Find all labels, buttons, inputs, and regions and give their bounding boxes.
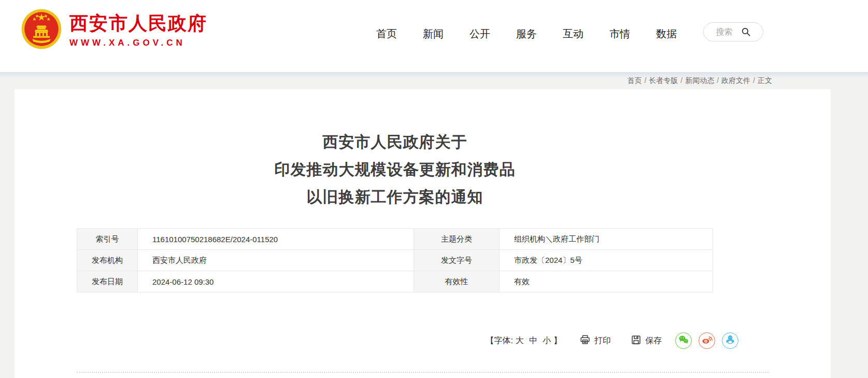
breadcrumb-separator: / [717,76,719,85]
document-meta-table: 索引号 11610100750218682E/2024-011520 主题分类 … [77,228,713,292]
breadcrumb-separator: / [753,76,755,85]
content-card: 西安市人民政府关于 印发推动大规模设备更新和消费品 以旧换新工作方案的通知 索引… [15,89,831,378]
meta-label-validity: 有效性 [414,271,500,292]
page-title-line: 西安市人民政府关于 [77,128,713,156]
nav-item-service[interactable]: 服务 [516,27,537,41]
article-toolbar: 【字体: 大 中 小 】 打印 [77,332,769,349]
share-qq-button[interactable] [722,332,738,349]
search-icon[interactable] [741,27,751,37]
share-wechat-button[interactable] [675,332,692,349]
qq-icon [724,334,736,347]
meta-label-topic: 主题分类 [414,229,500,249]
search-input[interactable] [716,27,737,37]
font-size-large-button[interactable]: 大 [516,335,524,346]
floppy-disk-icon [631,334,642,347]
site-url: WWW.XA.GOV.CN [69,38,207,48]
breadcrumb: 首页/长者专版/新闻动态/政府文件/正文 [627,72,772,90]
print-label: 打印 [594,335,611,346]
search-box[interactable] [703,22,763,41]
nav-item-data[interactable]: 数据 [656,27,677,41]
breadcrumb-home[interactable]: 首页 [627,76,642,85]
meta-value-topic: 组织机构＼政府工作部门 [500,229,713,249]
page-title-line: 印发推动大规模设备更新和消费品 [77,156,713,183]
nav-item-city[interactable]: 市情 [609,27,630,41]
table-row: 发布日期 2024-06-12 09:30 有效性 有效 [77,271,713,292]
site-header: 西安市人民政府 WWW.XA.GOV.CN 首页 新闻 公开 服务 互动 市情 … [0,0,868,72]
section-divider [77,372,769,373]
meta-value-index-no: 11610100750218682E/2024-011520 [138,229,414,249]
meta-label-publisher: 发布机构 [77,250,138,271]
font-label-open: 【字体: [486,335,513,346]
breadcrumb-separator: / [644,76,646,85]
breadcrumb-current: 正文 [758,76,772,85]
print-button[interactable]: 打印 [579,334,611,347]
printer-icon [579,334,591,347]
share-buttons [675,332,738,349]
nav-item-open[interactable]: 公开 [469,27,490,41]
main-nav: 首页 新闻 公开 服务 互动 市情 数据 [376,0,677,67]
site-title: 西安市人民政府 [69,12,207,35]
meta-label-doc-no: 发文字号 [414,250,500,271]
meta-value-publisher: 西安市人民政府 [138,250,414,271]
nav-item-home[interactable]: 首页 [376,27,397,41]
save-label: 保存 [645,335,662,346]
meta-value-doc-no: 市政发〔2024〕5号 [500,250,713,271]
breadcrumb-newslist[interactable]: 新闻动态 [685,76,714,85]
nav-item-news[interactable]: 新闻 [423,27,444,41]
breadcrumb-elder[interactable]: 长者专版 [649,76,678,85]
table-row: 发布机构 西安市人民政府 发文字号 市政发〔2024〕5号 [77,250,713,271]
site-logo[interactable]: 西安市人民政府 WWW.XA.GOV.CN [21,8,207,52]
nav-item-interact[interactable]: 互动 [563,27,584,41]
meta-value-pub-date: 2024-06-12 09:30 [138,271,414,292]
page-title: 西安市人民政府关于 印发推动大规模设备更新和消费品 以旧换新工作方案的通知 [77,89,713,211]
wechat-icon [678,334,689,347]
table-row: 索引号 11610100750218682E/2024-011520 主题分类 … [77,229,713,250]
breadcrumb-separator: / [680,76,682,85]
meta-label-pub-date: 发布日期 [77,271,138,292]
font-size-medium-button[interactable]: 中 [529,335,537,346]
font-size-control: 【字体: 大 中 小 】 [486,335,562,346]
weibo-icon [701,334,713,347]
national-emblem-icon [21,8,62,52]
page-title-line: 以旧换新工作方案的通知 [77,183,713,211]
share-weibo-button[interactable] [699,332,715,349]
breadcrumb-govdocs[interactable]: 政府文件 [721,76,750,85]
save-button[interactable]: 保存 [631,334,662,347]
font-label-close: 】 [553,335,562,346]
font-size-small-button[interactable]: 小 [543,335,551,346]
meta-label-index-no: 索引号 [77,229,138,249]
meta-value-validity: 有效 [500,271,713,292]
